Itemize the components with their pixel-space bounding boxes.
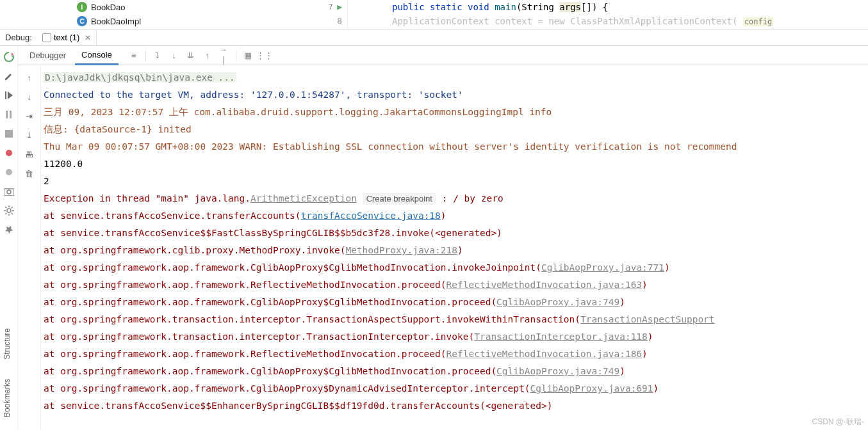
stack-link[interactable]: ReflectiveMethodInvocation.java:186 xyxy=(446,349,643,359)
clear-icon[interactable]: 🗑 xyxy=(24,168,35,179)
fold-bar[interactable] xyxy=(347,0,361,29)
evaluate-icon[interactable]: ▦ xyxy=(243,51,253,61)
resume-icon[interactable] xyxy=(3,90,15,101)
breakpoints-icon[interactable] xyxy=(3,147,15,159)
create-breakpoint-hint[interactable]: Create breakpoint xyxy=(363,193,436,205)
rerun-icon[interactable] xyxy=(3,51,15,63)
pause-icon[interactable] xyxy=(3,109,15,120)
stack-line: at org.springframework.aop.framework.Cgl… xyxy=(44,294,868,311)
line-number: 8 xyxy=(337,14,342,28)
stack-line: at senvice.transfAccoSenvice$$EnhancerBy… xyxy=(44,397,868,415)
debug-label: Debug: xyxy=(0,33,37,42)
console-line: D:\javaJdk\jdkqsq\bin\java.exe ... xyxy=(44,72,236,83)
tab-console[interactable]: Console xyxy=(75,46,119,65)
stack-at: at org.springframework.transaction.inter… xyxy=(44,331,474,342)
code-text: ClassPathXmlApplicationContext( xyxy=(565,16,743,26)
tree-item[interactable]: I BookDao xyxy=(64,0,315,14)
pin-icon[interactable] xyxy=(3,224,15,235)
exception-class-link[interactable]: ArithmeticException xyxy=(250,193,357,203)
watermark: CSDN @-耿瑞- xyxy=(812,417,864,427)
exception-pre: Exception in thread "main" java.lang. xyxy=(44,193,250,203)
stack-line: at senvice.transfAccoSenvice$$FastClassB… xyxy=(44,225,868,242)
stack-at: at org.springframework.aop.framework.Cgl… xyxy=(44,366,496,376)
code-keyword: new xyxy=(548,16,564,26)
scroll-to-end-icon[interactable]: ⤓ xyxy=(24,129,35,141)
tab-debugger[interactable]: Debugger xyxy=(23,46,72,65)
console-gutter: ↑ ↓ ⇥ ⤓ 🖶 🗑 xyxy=(18,65,41,430)
tree-item-label: BookDao xyxy=(91,3,125,12)
stack-at: at org.springframework.aop.framework.Cgl… xyxy=(44,297,496,307)
debug-tab[interactable]: text (1) ✕ xyxy=(37,29,97,46)
class-icon: C xyxy=(77,16,87,26)
scroll-down-icon[interactable]: ↓ xyxy=(24,91,35,102)
code-method: main xyxy=(495,2,516,12)
force-step-into-icon[interactable]: ⇊ xyxy=(186,51,196,61)
svg-point-6 xyxy=(7,209,11,212)
stack-link[interactable]: CglibAopProxy.java:691 xyxy=(530,383,653,394)
stack-link[interactable]: transfAccoSenvice.java:18 xyxy=(301,211,441,221)
console-line: 11200.0 xyxy=(44,155,868,173)
console-line: Connected to the target VM, address: '12… xyxy=(44,86,868,104)
sidebar-structure[interactable]: Structure xyxy=(3,328,12,360)
step-out-icon[interactable]: ↑ xyxy=(202,51,213,61)
editor-gutter[interactable]: 7▶ 8 xyxy=(315,0,347,29)
interface-icon: I xyxy=(77,2,87,12)
more-icon[interactable]: ⋮⋮ xyxy=(259,51,270,61)
stack-at: at senvice.transfAccoSenvice.transferAcc… xyxy=(44,211,301,221)
stack-at: at org.springframework.aop.framework.Ref… xyxy=(44,280,446,290)
project-tree[interactable]: I BookDao C BookDaoImpl xyxy=(0,0,315,29)
mute-breakpoints-icon[interactable] xyxy=(3,166,15,178)
top-area: I BookDao C BookDaoImpl 7▶ 8 public stat… xyxy=(0,0,868,29)
code-area[interactable]: public static void main(String args[]) {… xyxy=(361,0,773,29)
code-warning: args xyxy=(559,2,581,12)
stop-icon[interactable] xyxy=(3,128,15,139)
svg-rect-1 xyxy=(6,111,8,118)
run-gutter-icon[interactable]: ▶ xyxy=(337,0,342,14)
stack-close: ) xyxy=(619,297,625,307)
stack-at: at senvice.transfAccoSenvice$$EnhancerBy… xyxy=(44,401,552,411)
gear-icon[interactable] xyxy=(3,205,15,216)
stack-link[interactable]: ReflectiveMethodInvocation.java:163 xyxy=(446,280,643,290)
threads-icon[interactable]: ≡ xyxy=(129,51,139,61)
stack-line: at org.springframework.aop.framework.Cgl… xyxy=(44,363,868,380)
stack-close: ) xyxy=(664,262,670,273)
stack-close: ) xyxy=(441,211,446,221)
stack-link[interactable]: CglibAopProxy.java:749 xyxy=(496,366,619,376)
sidebar-bookmarks[interactable]: Bookmarks xyxy=(3,379,12,417)
step-over-icon[interactable]: ⤵ xyxy=(152,51,163,61)
run-to-cursor-icon[interactable]: →｜ xyxy=(219,51,229,61)
stack-close: ) xyxy=(457,245,463,255)
print-icon[interactable]: 🖶 xyxy=(24,148,35,160)
svg-point-5 xyxy=(7,190,11,194)
stack-line: at org.springframework.cglib.proxy.Metho… xyxy=(44,242,868,259)
camera-icon[interactable] xyxy=(3,186,15,197)
param-hint: config xyxy=(743,17,773,26)
stack-link[interactable]: TransactionAspectSupport xyxy=(580,314,715,324)
stack-close: ) xyxy=(619,366,625,376)
exception-post: : / by zero xyxy=(442,193,504,203)
stack-link[interactable]: CglibAopProxy.java:749 xyxy=(496,297,619,307)
stack-at: at org.springframework.aop.framework.Cgl… xyxy=(44,383,530,394)
step-into-icon[interactable]: ↓ xyxy=(169,51,179,61)
stack-close: ) xyxy=(642,280,648,290)
console-output[interactable]: D:\javaJdk\jdkqsq\bin\java.exe ... Conne… xyxy=(41,65,868,430)
code-text: ApplicationContext context = xyxy=(392,16,548,26)
stack-line: at org.springframework.aop.framework.Ref… xyxy=(44,346,868,363)
stack-line: at org.springframework.transaction.inter… xyxy=(44,311,868,328)
stack-line: at org.springframework.aop.framework.Ref… xyxy=(44,276,868,294)
debug-header: Debug: text (1) ✕ xyxy=(0,29,868,46)
stack-line: at senvice.transfAccoSenvice.transferAcc… xyxy=(44,207,868,225)
close-icon[interactable]: ✕ xyxy=(85,33,91,42)
tree-item[interactable]: C BookDaoImpl xyxy=(64,14,315,28)
settings-icon[interactable] xyxy=(3,70,15,82)
stack-link[interactable]: MethodProxy.java:218 xyxy=(345,245,457,255)
code-text: (String xyxy=(516,2,559,12)
debug-tab-name: text (1) xyxy=(54,33,79,42)
stack-at: at org.springframework.cglib.proxy.Metho… xyxy=(44,245,345,255)
stack-link[interactable]: TransactionInterceptor.java:118 xyxy=(474,331,648,342)
stack-close: ) xyxy=(648,331,653,342)
stack-link[interactable]: CglibAopProxy.java:771 xyxy=(541,262,664,273)
editor-area[interactable]: 7▶ 8 public static void main(String args… xyxy=(315,0,868,29)
scroll-up-icon[interactable]: ↑ xyxy=(24,72,35,83)
soft-wrap-icon[interactable]: ⇥ xyxy=(24,110,35,122)
